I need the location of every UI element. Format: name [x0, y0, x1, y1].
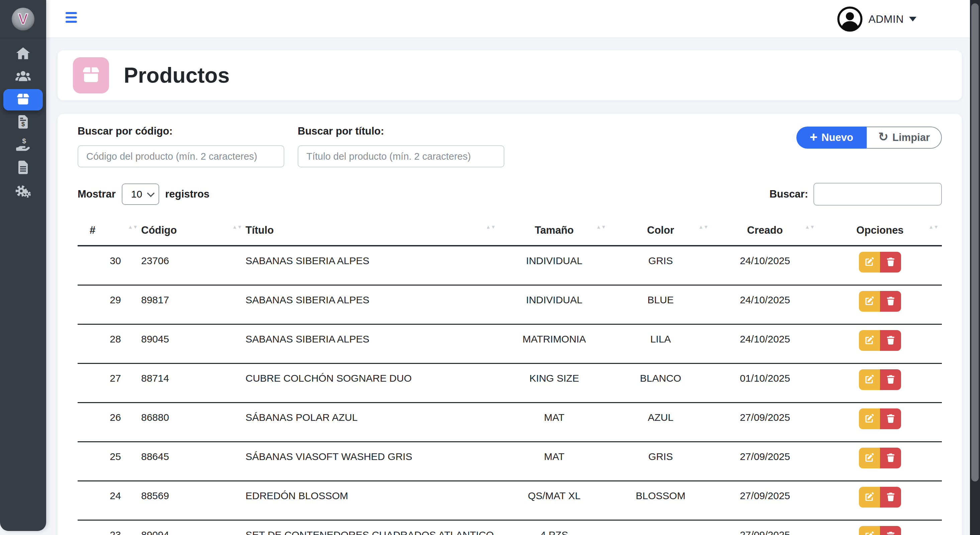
- col-header-size[interactable]: Tamaño▲▼: [499, 218, 609, 246]
- user-menu[interactable]: ADMIN: [837, 0, 916, 38]
- title-filter: Buscar por título:: [298, 125, 504, 168]
- clear-filters-button[interactable]: ↻ Limpiar: [867, 126, 942, 149]
- code-filter-input[interactable]: [78, 145, 284, 168]
- sort-icon[interactable]: ▲▼: [232, 225, 242, 229]
- edit-button[interactable]: [859, 291, 880, 312]
- col-header-options[interactable]: Opciones▲▼: [818, 218, 942, 246]
- cell-size: INDIVIDUAL: [499, 285, 609, 324]
- delete-button[interactable]: [880, 330, 901, 351]
- cell-title: SÁBANAS POLAR AZUL: [245, 403, 499, 442]
- delete-button[interactable]: [880, 252, 901, 273]
- page-scrollbar[interactable]: [970, 0, 980, 535]
- cell-color: BLANCO: [609, 364, 712, 403]
- cell-options: [818, 403, 942, 442]
- table-row: 26 86880 SÁBANAS POLAR AZUL MAT AZUL 27/…: [78, 403, 942, 442]
- delete-button[interactable]: [880, 409, 901, 429]
- col-header-created[interactable]: Creado▲▼: [712, 218, 818, 246]
- sort-icon[interactable]: ▲▼: [805, 225, 815, 229]
- col-header-title[interactable]: Título▲▼: [245, 218, 499, 246]
- title-filter-label: Buscar por título:: [298, 125, 504, 137]
- delete-button[interactable]: [880, 526, 901, 535]
- sidebar-nav: $ $: [0, 38, 46, 203]
- search-label: Buscar:: [770, 188, 808, 200]
- edit-button[interactable]: [859, 330, 880, 351]
- col-header-code[interactable]: Código▲▼: [141, 218, 245, 246]
- edit-icon: [864, 492, 875, 503]
- app-logo[interactable]: V: [0, 0, 46, 38]
- page-size-select[interactable]: 10: [122, 184, 159, 205]
- list-controls: Mostrar 10 registros Buscar:: [78, 183, 942, 206]
- table-search-input[interactable]: [813, 183, 942, 206]
- code-filter-label: Buscar por código:: [78, 125, 284, 137]
- sidebar-item-products[interactable]: [3, 89, 43, 110]
- sort-icon[interactable]: ▲▼: [128, 225, 138, 229]
- trash-icon: [885, 413, 896, 425]
- cell-code: 88714: [141, 364, 245, 403]
- edit-button[interactable]: [859, 409, 880, 429]
- home-icon: [15, 46, 31, 63]
- edit-button[interactable]: [859, 526, 880, 535]
- sidebar-item-users[interactable]: [3, 66, 43, 88]
- cell-created: 24/10/2025: [712, 246, 818, 285]
- cell-options: [818, 481, 942, 520]
- table-row: 30 23706 SABANAS SIBERIA ALPES INDIVIDUA…: [78, 246, 942, 285]
- cell-code: 89094: [141, 520, 245, 535]
- users-icon: [15, 68, 31, 86]
- edit-button[interactable]: [859, 252, 880, 273]
- box-icon: [80, 64, 102, 87]
- scrollbar-thumb[interactable]: [971, 3, 978, 481]
- user-name: ADMIN: [868, 13, 904, 26]
- main-content: Productos + Nuevo ↻ Limpiar Buscar por c…: [46, 38, 980, 535]
- trash-icon: [885, 256, 896, 268]
- title-filter-input[interactable]: [298, 145, 504, 168]
- sidebar-item-home[interactable]: [3, 43, 43, 65]
- svg-text:$: $: [21, 121, 25, 128]
- sort-icon[interactable]: ▲▼: [596, 225, 606, 229]
- logo-circle: V: [12, 8, 35, 30]
- hamburger-menu-icon[interactable]: [65, 12, 77, 23]
- trash-icon: [885, 374, 896, 386]
- sort-icon[interactable]: ▲▼: [929, 225, 939, 229]
- invoice-dollar-icon: $: [15, 114, 31, 131]
- edit-button[interactable]: [859, 448, 880, 468]
- delete-button[interactable]: [880, 448, 901, 468]
- products-card: + Nuevo ↻ Limpiar Buscar por código: Bus…: [57, 114, 962, 535]
- cell-size: MAT: [499, 442, 609, 481]
- col-header-num[interactable]: #▲▼: [78, 218, 141, 246]
- edit-icon: [864, 295, 875, 307]
- cell-title: SET DE CONTENEDORES CUADRADOS ATLANTICO: [245, 520, 499, 535]
- col-header-color[interactable]: Color▲▼: [609, 218, 712, 246]
- sidebar-item-documents[interactable]: [3, 157, 43, 179]
- sort-icon[interactable]: ▲▼: [698, 225, 708, 229]
- sidebar-item-sales[interactable]: $: [3, 134, 43, 156]
- table-row: 24 88569 EDREDÓN BLOSSOM QS/MAT XL BLOSS…: [78, 481, 942, 520]
- delete-button[interactable]: [880, 369, 901, 390]
- products-table: #▲▼ Código▲▼ Título▲▼ Tamaño▲▼ Color▲▼ C…: [78, 218, 942, 535]
- cell-size: QS/MAT XL: [499, 481, 609, 520]
- cell-title: SÁBANAS VIASOFT WASHED GRIS: [245, 442, 499, 481]
- table-row: 29 89817 SABANAS SIBERIA ALPES INDIVIDUA…: [78, 285, 942, 324]
- cell-created: 27/09/2025: [712, 520, 818, 535]
- refresh-icon: ↻: [878, 131, 888, 143]
- sidebar-item-settings[interactable]: [3, 180, 43, 201]
- sort-icon[interactable]: ▲▼: [486, 225, 496, 229]
- cell-options: [818, 324, 942, 364]
- cell-title: SABANAS SIBERIA ALPES: [245, 285, 499, 324]
- trash-icon: [885, 531, 896, 535]
- new-product-button[interactable]: + Nuevo: [796, 126, 867, 149]
- table-header-row: #▲▼ Código▲▼ Título▲▼ Tamaño▲▼ Color▲▼ C…: [78, 218, 942, 246]
- cell-num: 25: [78, 442, 141, 481]
- cell-num: 24: [78, 481, 141, 520]
- delete-button[interactable]: [880, 291, 901, 312]
- cell-code: 23706: [141, 246, 245, 285]
- edit-icon: [864, 531, 875, 535]
- show-label: Mostrar: [78, 188, 116, 200]
- delete-button[interactable]: [880, 487, 901, 508]
- cell-created: 27/09/2025: [712, 403, 818, 442]
- sidebar-item-invoices[interactable]: $: [3, 112, 43, 133]
- cell-created: 24/10/2025: [712, 324, 818, 364]
- cell-num: 23: [78, 520, 141, 535]
- edit-button[interactable]: [859, 369, 880, 390]
- trash-icon: [885, 492, 896, 503]
- edit-button[interactable]: [859, 487, 880, 508]
